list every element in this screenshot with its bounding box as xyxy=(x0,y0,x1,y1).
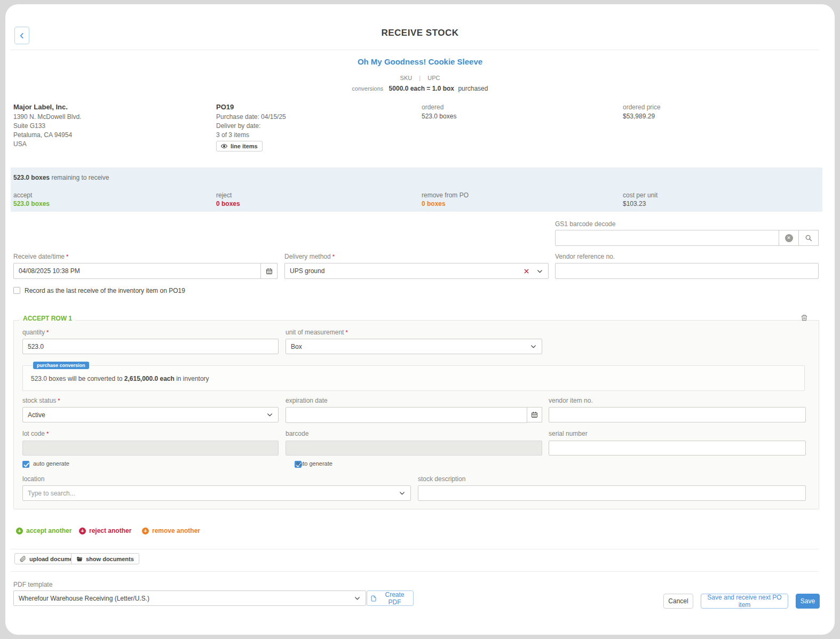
ordered-value: 523.0 boxes xyxy=(422,113,456,120)
stock-status-label: stock status xyxy=(22,397,60,404)
reject-label: reject xyxy=(216,191,232,199)
po-items-count: 3 of 3 items xyxy=(216,131,286,140)
pdf-template-value: Wherefour Warehouse Receiving (Letter/U.… xyxy=(19,595,149,602)
chevron-down-icon xyxy=(530,343,537,350)
expiration-date-group xyxy=(286,407,542,422)
pdf-template-select[interactable]: Wherefour Warehouse Receiving (Letter/U.… xyxy=(13,590,366,606)
lot-code-input xyxy=(22,441,279,456)
expiration-date-calendar-button[interactable] xyxy=(527,407,542,422)
gs1-barcode-label: GS1 barcode decode xyxy=(555,220,615,228)
conversion-bold: 2,615,000.0 each xyxy=(124,375,175,382)
remaining-to-receive: 523.0 boxes remaining to receive xyxy=(13,174,109,181)
receive-datetime-calendar-button[interactable] xyxy=(260,263,278,279)
summary-bar xyxy=(11,167,822,212)
accept-another-link[interactable]: + accept another xyxy=(16,527,72,534)
ordered-price-label: ordered price xyxy=(623,103,661,111)
page-title: RECEIVE STOCK xyxy=(0,28,840,38)
sku-upc-row: SKU | UPC xyxy=(0,75,840,81)
vendor-item-no-input[interactable] xyxy=(549,407,806,422)
create-pdf-button[interactable]: Create PDF xyxy=(367,590,414,606)
receive-stock-panel xyxy=(5,4,835,635)
serial-number-input[interactable] xyxy=(549,441,806,456)
show-documents-label: show documents xyxy=(86,556,134,562)
chevron-down-icon xyxy=(399,490,406,497)
expiration-date-input[interactable] xyxy=(286,407,527,423)
header-divider xyxy=(11,50,819,50)
vendor-address-line: Petaluma, CA 94954 xyxy=(13,131,81,140)
delivery-method-value: UPS ground xyxy=(290,267,324,275)
quantity-label: quantity xyxy=(22,329,49,336)
reject-another-label: reject another xyxy=(89,527,131,534)
product-name: Oh My Goodness! Cookie Sleeve xyxy=(0,57,840,66)
delivery-method-label: Delivery method xyxy=(284,253,335,260)
uom-select[interactable]: Box xyxy=(286,339,542,354)
vendor-reference-input[interactable] xyxy=(555,263,819,279)
reject-another-link[interactable]: + reject another xyxy=(79,527,131,534)
remove-from-po-label: remove from PO xyxy=(422,191,469,199)
create-pdf-label: Create PDF xyxy=(379,591,410,606)
accept-another-label: accept another xyxy=(26,527,72,534)
remaining-text: remaining to receive xyxy=(50,174,109,181)
delivery-method-select[interactable]: UPS ground xyxy=(284,263,549,279)
calendar-icon xyxy=(531,411,538,418)
gs1-search-button[interactable] xyxy=(798,230,819,246)
location-select[interactable]: Type to search... xyxy=(22,485,411,501)
last-receive-checkbox[interactable] xyxy=(13,287,20,294)
barcode-label: barcode xyxy=(286,430,308,437)
cancel-button[interactable]: Cancel xyxy=(663,594,693,609)
lot-auto-generate-checkbox[interactable] xyxy=(22,461,29,468)
accept-value: 523.0 boxes xyxy=(13,200,50,207)
clear-circle-icon: ✕ xyxy=(785,234,793,242)
file-icon xyxy=(370,595,377,602)
plus-circle-icon: + xyxy=(16,528,23,534)
vendor-address-line: Suite G133 xyxy=(13,122,81,131)
sku-label: SKU xyxy=(400,75,413,81)
ordered-label: ordered xyxy=(422,103,443,111)
uom-label: unit of measurement xyxy=(286,329,348,336)
receive-datetime-label: Receive date/time xyxy=(13,253,68,260)
clear-x-icon[interactable] xyxy=(524,268,529,274)
vendor-address-line: USA xyxy=(13,140,81,149)
upc-label: UPC xyxy=(427,75,440,81)
po-number: PO19 xyxy=(216,103,234,111)
conversion-suffix-2: in inventory xyxy=(175,375,209,382)
quantity-input[interactable] xyxy=(22,339,279,354)
line-items-button[interactable]: line items xyxy=(216,141,263,151)
vendor-address-line: 1390 N. McDowell Blvd. xyxy=(13,113,81,122)
po-purchase-date: Purchase date: 04/15/25 xyxy=(216,113,286,122)
pdf-template-label: PDF template xyxy=(13,581,52,588)
conversion-suffix: purchased xyxy=(458,85,488,92)
vendor-name: Major Label, Inc. xyxy=(13,103,68,111)
vendor-item-no-label: vendor item no. xyxy=(549,397,593,404)
last-receive-checkbox-label: Record as the last receive of the invent… xyxy=(25,287,185,294)
conversions-row: conversions 5000.0 each = 1.0 box purcha… xyxy=(0,85,840,92)
delete-row-button[interactable] xyxy=(801,314,808,322)
stock-status-select[interactable]: Active xyxy=(22,407,279,422)
eye-icon xyxy=(221,143,227,149)
show-documents-button[interactable]: show documents xyxy=(71,553,139,564)
receive-datetime-group xyxy=(13,263,278,279)
gs1-clear-button[interactable]: ✕ xyxy=(779,230,799,246)
chevron-down-icon xyxy=(266,411,273,418)
receive-datetime-input[interactable] xyxy=(13,263,261,279)
paperclip-icon xyxy=(20,556,26,562)
conversion-value: 5000.0 each = 1.0 box xyxy=(389,85,454,92)
conversions-label: conversions xyxy=(352,85,384,92)
line-items-label: line items xyxy=(231,143,258,149)
serial-number-label: serial number xyxy=(549,430,588,437)
location-placeholder: Type to search... xyxy=(28,490,75,497)
remove-another-link[interactable]: + remove another xyxy=(142,527,200,534)
remove-another-label: remove another xyxy=(152,527,200,534)
save-and-receive-next-button[interactable]: Save and receive next PO item xyxy=(701,594,788,609)
conversion-prefix: 523.0 boxes will be converted to xyxy=(31,375,124,382)
save-button[interactable]: Save xyxy=(796,594,820,609)
gs1-barcode-input[interactable] xyxy=(555,230,779,246)
folder-icon xyxy=(76,556,83,562)
accept-row-title: ACCEPT ROW 1 xyxy=(19,315,76,322)
remove-from-po-value: 0 boxes xyxy=(422,200,446,207)
lot-auto-generate-label: auto generate xyxy=(33,460,69,467)
chevron-down-icon xyxy=(354,595,361,602)
purchase-conversion-text: 523.0 boxes will be converted to 2,615,0… xyxy=(31,375,209,382)
barcode-auto-generate-label: auto generate xyxy=(296,460,332,467)
stock-description-input[interactable] xyxy=(418,485,806,501)
